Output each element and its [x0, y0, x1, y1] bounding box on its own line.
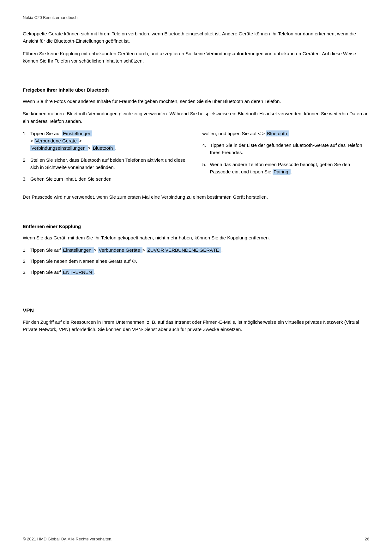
paragraph-3: Wenn Sie Ihre Fotos oder anderen Inhalte… [23, 98, 369, 105]
paragraph-1: Gekoppelte Geräte können sich mit Ihrem … [23, 30, 369, 45]
highlight-einstellungen: Einstellungen [62, 130, 92, 136]
list-item-1: 1. Tippen Sie auf Einstellungen > Verbun… [23, 130, 190, 152]
page-header: Nokia C20 Benutzerhandbuch [23, 15, 369, 20]
paragraph-2: Führen Sie keine Kopplung mit unbekannte… [23, 50, 369, 65]
list-col-left: 1. Tippen Sie auf Einstellungen > Verbun… [23, 130, 190, 187]
kopplung-content-2: Tippen Sie neben dem Namen eines Geräts … [30, 257, 137, 265]
kopplung-item-3: 3. Tippen Sie auf ENTFERNEN . [23, 268, 369, 276]
section2-title: Entfernen einer Kopplung [23, 224, 369, 229]
highlight-kopplung-einstellungen: Einstellungen [62, 247, 93, 253]
list-content-1: Tippen Sie auf Einstellungen > Verbunden… [30, 130, 117, 152]
step4-top: wollen, und tippen Sie auf < > Bluetooth… [202, 130, 370, 137]
kopplung-list: 1. Tippen Sie auf Einstellungen > Verbun… [23, 246, 369, 276]
kopplung-num-3: 3. [23, 268, 30, 276]
footer-copyright: © 2021 HMD Global Oy. Alle Rechte vorbeh… [23, 537, 112, 541]
list-num-2: 2. [23, 156, 30, 171]
highlight-kopplung-zuvor: ZUVOR VERBUNDENE GERÄTE [147, 247, 221, 253]
highlight-entfernen: ENTFERNEN [62, 269, 94, 275]
kopplung-num-2: 2. [23, 257, 30, 265]
paragraph-6: Wenn Sie das Gerät, mit dem Sie Ihr Tele… [23, 234, 369, 241]
highlight-bluetooth-step4: Bluetooth [266, 130, 289, 136]
page-container: Nokia C20 Benutzerhandbuch Gekoppelte Ge… [0, 0, 392, 357]
kopplung-item-2: 2. Tippen Sie neben dem Namen eines Gerä… [23, 257, 369, 265]
kopplung-item-1: 1. Tippen Sie auf Einstellungen > Verbun… [23, 246, 369, 254]
highlight-pairing: Pairing [273, 169, 291, 175]
paragraph-1-text: Gekoppelte Geräte können sich mit Ihrem … [23, 31, 356, 44]
vpn-paragraph: Für den Zugriff auf die Ressourcen in Ih… [23, 318, 369, 333]
gear-icon: ⚙ [132, 258, 136, 264]
list-num-5: 5. [202, 161, 210, 176]
kopplung-content-1: Tippen Sie auf Einstellungen > Verbunden… [30, 246, 223, 254]
section1-title: Freigeben Ihrer Inhalte über Bluetooth [23, 87, 369, 93]
highlight-kopplung-verbundene: Verbundene Geräte [98, 247, 142, 253]
paragraph-5: Der Passcode wird nur verwendet, wenn Si… [23, 193, 369, 201]
list-num-1: 1. [23, 130, 30, 152]
vpn-title: VPN [23, 308, 369, 314]
page-footer: © 2021 HMD Global Oy. Alle Rechte vorbeh… [23, 537, 369, 541]
list-content-4: Tippen Sie in der Liste der gefundenen B… [210, 142, 370, 156]
list-item-5: 5. Wenn das andere Telefon einen Passcod… [202, 161, 370, 176]
list-num-3: 3. [23, 175, 30, 183]
list-item-2: 2. Stellen Sie sicher, dass Bluetooth au… [23, 156, 190, 171]
two-column-list: 1. Tippen Sie auf Einstellungen > Verbun… [23, 130, 369, 187]
kopplung-content-3: Tippen Sie auf ENTFERNEN . [30, 268, 95, 276]
list-content-5: Wenn das andere Telefon einen Passcode b… [210, 161, 370, 176]
header-title: Nokia C20 Benutzerhandbuch [23, 15, 77, 20]
list-col-right: wollen, und tippen Sie auf < > Bluetooth… [202, 130, 370, 187]
highlight-bluetooth-step1: Bluetooth [92, 145, 115, 151]
list-content-2: Stellen Sie sicher, dass Bluetooth auf b… [30, 156, 190, 171]
highlight-verbundene: Verbundene Geräte [34, 138, 79, 144]
kopplung-num-1: 1. [23, 246, 30, 254]
list-content-3: Gehen Sie zum Inhalt, den Sie senden [30, 175, 112, 183]
paragraph-4: Sie können mehrere Bluetooth-Verbindunge… [23, 110, 369, 125]
highlight-verbindungseinstellungen: Verbindungseinstellungen [30, 145, 88, 151]
list-num-4: 4. [202, 142, 210, 156]
list-item-4: 4. Tippen Sie in der Liste der gefundene… [202, 142, 370, 156]
list-item-3: 3. Gehen Sie zum Inhalt, den Sie senden [23, 175, 190, 183]
paragraph-2-text: Führen Sie keine Kopplung mit unbekannte… [23, 51, 356, 63]
footer-page-number: 26 [365, 537, 369, 541]
